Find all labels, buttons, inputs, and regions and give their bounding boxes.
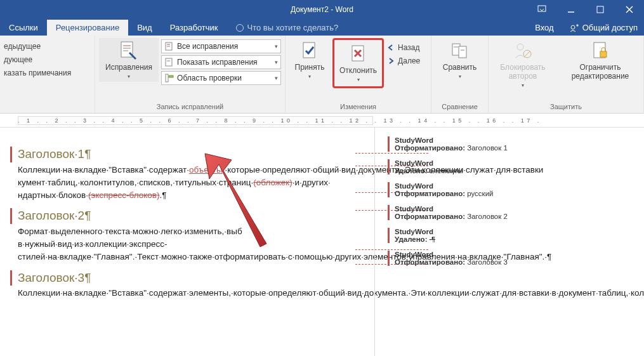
- prev-comment[interactable]: едыдущее: [4, 41, 91, 52]
- deleted-text: (экспресс-блоков): [88, 190, 159, 200]
- paragraph-2: Формат·выделенного·текста·можно·легко·из…: [18, 225, 357, 264]
- svg-point-27: [517, 44, 523, 50]
- revision-item[interactable]: StudyWord Отформатировано: Заголовок 2: [388, 205, 638, 220]
- tab-review[interactable]: Рецензирование: [47, 20, 128, 36]
- compare-group-label: Сравнение: [435, 103, 484, 112]
- revision-item[interactable]: StudyWord Удалено: элементы: [388, 159, 638, 175]
- accept-icon: [299, 41, 320, 61]
- display-icon: [164, 41, 174, 51]
- chevron-down-icon: ▾: [308, 74, 311, 79]
- review-pane: StudyWord Отформатировано: Заголовок 1 S…: [374, 128, 644, 356]
- revision-item[interactable]: StudyWord Удалено: ·¶: [388, 228, 638, 243]
- review-pane-icon: [164, 73, 174, 83]
- compare-button[interactable]: Сравнить ▾: [439, 38, 480, 82]
- document-area: . 1 . . 2 . . 3 . . 4 . . 5 . . 6 . . 7 …: [0, 114, 644, 356]
- svg-rect-24: [459, 46, 466, 58]
- block-authors-button: Блокировать авторов ▾: [492, 38, 553, 91]
- reject-icon: [348, 44, 369, 64]
- show-comments[interactable]: казать примечания: [4, 67, 91, 79]
- deleted-text: (обложек): [253, 178, 292, 187]
- document-page[interactable]: Заголовок·1¶ Коллекции·на·вкладке·"Встав…: [0, 128, 374, 356]
- changes-group-label: Изменения: [289, 103, 427, 112]
- revision-item[interactable]: StudyWord Отформатировано: русский: [388, 182, 638, 197]
- protect-group-label: Защитить: [492, 103, 640, 112]
- ruler[interactable]: . 1 . . 2 . . 3 . . 4 . . 5 . . 6 . . 7 …: [0, 114, 644, 128]
- paragraph-1: Коллекции·на·вкладке·"Вставка"·содержат·…: [18, 164, 357, 202]
- svg-line-29: [525, 51, 530, 56]
- accept-button[interactable]: Принять ▾: [289, 38, 330, 82]
- paragraph-3: Коллекции·на·вкладке·"Вставка"·содержат·…: [18, 287, 357, 300]
- reject-button[interactable]: Отклонить ▾: [336, 41, 381, 85]
- svg-rect-19: [303, 43, 315, 58]
- revision-item[interactable]: StudyWord Отформатировано: Заголовок 1: [388, 136, 638, 152]
- close-icon[interactable]: [615, 0, 644, 19]
- svg-point-5: [571, 25, 575, 29]
- restrict-editing-button[interactable]: Ограничить редактирование: [561, 38, 640, 84]
- next-change[interactable]: Далее: [386, 55, 420, 67]
- ribbon: едыдущее дующее казать примечания Исправ…: [0, 36, 644, 114]
- chevron-down-icon: ▾: [357, 77, 360, 82]
- doc-title: Документ2 - Word: [291, 5, 353, 14]
- heading-2: Заголовок·2¶: [18, 207, 357, 225]
- tab-developer[interactable]: Разработчик: [161, 20, 227, 36]
- titlebar: Документ2 - Word: [0, 0, 644, 19]
- window-controls: [527, 0, 644, 19]
- track-changes-icon: [119, 41, 139, 61]
- track-group-label: Запись исправлений: [99, 103, 281, 112]
- block-authors-icon: [513, 41, 533, 61]
- tellme-search[interactable]: Что вы хотите сделать?: [227, 20, 348, 36]
- login-button[interactable]: Вход: [526, 20, 562, 36]
- svg-rect-31: [600, 51, 607, 57]
- svg-rect-15: [166, 58, 172, 66]
- compare-icon: [450, 41, 470, 61]
- ribbon-tabs: Ссылки Рецензирование Вид Разработчик Чт…: [0, 19, 644, 36]
- arrow-left-icon: [386, 43, 395, 52]
- comments-nav: едыдущее дующее казать примечания: [4, 38, 91, 79]
- tab-references[interactable]: Ссылки: [0, 20, 47, 36]
- chevron-down-icon: ▾: [522, 82, 524, 88]
- chevron-down-icon: ▾: [459, 74, 461, 79]
- svg-rect-18: [169, 76, 173, 77]
- heading-3: Заголовок·3¶: [18, 269, 357, 287]
- tab-view[interactable]: Вид: [128, 20, 161, 36]
- review-pane-combo[interactable]: Область проверки▾: [161, 71, 281, 85]
- revision-item[interactable]: StudyWord Отформатировано: Заголовок 3: [388, 251, 638, 266]
- chevron-down-icon: ▾: [128, 74, 130, 79]
- ribbon-opts-icon[interactable]: [527, 0, 556, 19]
- maximize-icon[interactable]: [586, 0, 615, 19]
- display-mode-combo[interactable]: Все исправления▾: [161, 39, 281, 53]
- prev-change[interactable]: Назад: [386, 42, 420, 53]
- minimize-icon[interactable]: [556, 0, 586, 19]
- next-comment[interactable]: дующее: [4, 54, 91, 65]
- share-icon: [569, 23, 579, 33]
- share-button[interactable]: Общий доступ: [563, 20, 644, 36]
- bulb-icon: [236, 24, 244, 32]
- svg-rect-17: [166, 74, 168, 82]
- show-markups-icon: [164, 57, 174, 67]
- inserted-text: объекты: [189, 165, 223, 175]
- track-changes-button[interactable]: Исправления ▾: [99, 38, 159, 82]
- show-markups-combo[interactable]: Показать исправления▾: [161, 55, 281, 69]
- arrow-right-icon: [386, 56, 395, 65]
- heading-1: Заголовок·1¶: [18, 145, 357, 164]
- reject-highlight: Отклонить ▾: [332, 38, 384, 88]
- svg-rect-2: [597, 6, 603, 13]
- restrict-icon: [590, 41, 610, 61]
